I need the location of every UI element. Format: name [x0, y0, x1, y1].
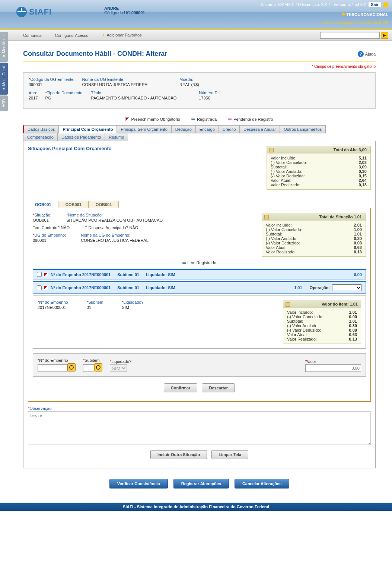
- side-tabs: ★ Meu Menu ★ Menu Geral HOD: [0, 32, 11, 112]
- header: SIAFI ANDRE Código da UG:090001 Sistema:…: [0, 0, 392, 29]
- arrow-icon: ➤: [341, 10, 346, 18]
- confirmar-button[interactable]: Confirmar: [164, 383, 198, 392]
- menu-favoritos[interactable]: ★Adicionar Favoritos: [95, 31, 148, 39]
- collapse-icon[interactable]: [264, 215, 269, 219]
- tab-outros-lancamentos[interactable]: Outros Lançamentos: [280, 125, 326, 133]
- menu-comunica[interactable]: Comunica: [16, 31, 48, 39]
- tab-encargo[interactable]: Encargo: [195, 125, 219, 133]
- totals-situacao-box: Total da Situação 1,01 Valor Incluído:2,…: [262, 213, 366, 257]
- situacoes-title: Situações Principal Com Orçamento: [28, 146, 112, 151]
- totals-aba-box: Total da Aba 3,09 Valor Incluído:5,11 (-…: [267, 146, 371, 190]
- action-bar: Verificar Consistência Registrar Alteraç…: [23, 479, 376, 488]
- operacao-select[interactable]: [332, 284, 362, 291]
- observacao-textarea[interactable]: [28, 411, 371, 445]
- tab-dados-basicos[interactable]: Dados Básicos: [23, 125, 59, 133]
- doc-header-panel: *Código da UG Emitente:090001 Nome da UG…: [23, 72, 376, 109]
- cancelar-alteracoes-button[interactable]: Cancelar Alterações: [235, 479, 289, 488]
- tab-deducao[interactable]: Dedução: [171, 125, 196, 133]
- logo-icon: [16, 7, 27, 17]
- descartar-button[interactable]: Descartar: [202, 383, 235, 392]
- menu-configurar[interactable]: Configurar Acesso: [48, 31, 95, 39]
- subtab-oob001-2[interactable]: OOB001: [58, 201, 88, 208]
- system-info: Sistema: SIAFI2017TI Exercício: 2017 | V…: [261, 2, 388, 7]
- expand-icon: [44, 286, 48, 290]
- lookup-subitem-button[interactable]: [94, 363, 102, 371]
- legend: Preenchimento Obrigatório Registrada Pen…: [23, 113, 376, 125]
- n-empenho-input[interactable]: [38, 364, 67, 372]
- star-icon: ★: [102, 33, 105, 37]
- help-link[interactable]: ?Ajuda: [358, 51, 376, 57]
- lookup-empenho-button[interactable]: [67, 363, 76, 371]
- page-title: Consultar Documento Hábil - CONDH: Alter…: [23, 50, 167, 58]
- tab-dados-pagamento[interactable]: Dados de Pagamento: [57, 133, 105, 141]
- item-row-2[interactable]: Nº do Empenho 2017NE000001 Subitem 01 Li…: [33, 281, 366, 294]
- tab-resumo[interactable]: Resumo: [105, 133, 128, 141]
- sidetab-hod[interactable]: HOD: [0, 95, 8, 111]
- new-item-form: *Nº do Empenho *Subitem *Liquidado?SIM *…: [33, 353, 366, 377]
- item-row-1[interactable]: Nº do Empenho 2017NE000001 Subitem 01 Li…: [33, 269, 366, 279]
- search-input[interactable]: [320, 32, 380, 39]
- item-checkbox[interactable]: [37, 285, 42, 290]
- item-totals-box: Valor do Item: 1,01 Valor Incluído:1,01 …: [283, 300, 361, 344]
- close-icon[interactable]: [383, 2, 388, 7]
- item-detail: *Nº do Empenho2017NE000001 *Subitem01 *L…: [33, 295, 366, 349]
- incluir-outra-situacao-button[interactable]: Incluir Outra Situação: [150, 450, 207, 459]
- situacao-panel: *Situação:OOB001 *Nome da Situação:SITUA…: [28, 208, 371, 402]
- tabs: Dados Básicos Principal Com Orçamento Pr…: [23, 125, 376, 133]
- verificar-consistencia-button[interactable]: Verificar Consistência: [109, 479, 168, 488]
- limpar-tela-button[interactable]: Limpar Tela: [211, 450, 248, 459]
- logo: SIAFI: [16, 7, 52, 17]
- collapse-icon[interactable]: [286, 302, 290, 307]
- tab-principal-com-orcamento[interactable]: Principal Com Orçamento: [58, 125, 117, 133]
- collapse-icon[interactable]: [269, 148, 274, 152]
- expand-icon: [44, 273, 48, 276]
- tab-compensacao[interactable]: Compensação: [23, 133, 58, 141]
- required-note: * Campo de preenchimento obrigatório: [23, 64, 376, 69]
- logo-text: SIAFI: [29, 7, 52, 17]
- main-panel: Situações Principal Com Orçamento Total …: [23, 141, 376, 468]
- user-name: ANDRE: [104, 6, 119, 10]
- subitem-input[interactable]: [83, 364, 94, 372]
- sidetab-meu-menu[interactable]: ★ Meu Menu: [0, 32, 8, 62]
- legend-required-icon: [125, 117, 129, 121]
- tab-principal-sem-orcamento[interactable]: Principal Sem Orçamento: [117, 125, 171, 133]
- user-block: ANDRE Código da UG:090001: [104, 6, 145, 15]
- tesouro-logo: ➤TESOURONACIONAL: [341, 10, 388, 18]
- registrar-alteracoes-button[interactable]: Registrar Alterações: [173, 479, 229, 488]
- subtab-oob001-3[interactable]: OOB001: [89, 201, 119, 208]
- legend-pending-icon: [228, 118, 232, 120]
- update-info: Última atualização: 23/05/2017 às 07:40: [322, 20, 388, 25]
- tab-despesa-anular[interactable]: Despesa a Anular: [239, 125, 280, 133]
- item-checkbox[interactable]: [37, 272, 42, 277]
- subtab-oob001-1[interactable]: OOB001: [28, 201, 58, 208]
- legend-registered-icon: [182, 262, 186, 264]
- search-go-button[interactable]: ▶: [381, 32, 388, 39]
- tab-credito[interactable]: Crédito: [219, 125, 240, 133]
- valor-input[interactable]: [305, 364, 361, 372]
- liquidado-select: SIM: [110, 364, 127, 372]
- sidetab-menu-geral[interactable]: ★ Menu Geral: [0, 63, 8, 95]
- legend-registered-icon: [191, 118, 195, 120]
- help-icon: ?: [358, 51, 364, 57]
- sair-button[interactable]: Sair: [369, 2, 381, 7]
- footer: SIAFI - Sistema Integrado de Administraç…: [0, 503, 392, 511]
- menubar: Comunica Configurar Acesso ★Adicionar Fa…: [0, 30, 392, 41]
